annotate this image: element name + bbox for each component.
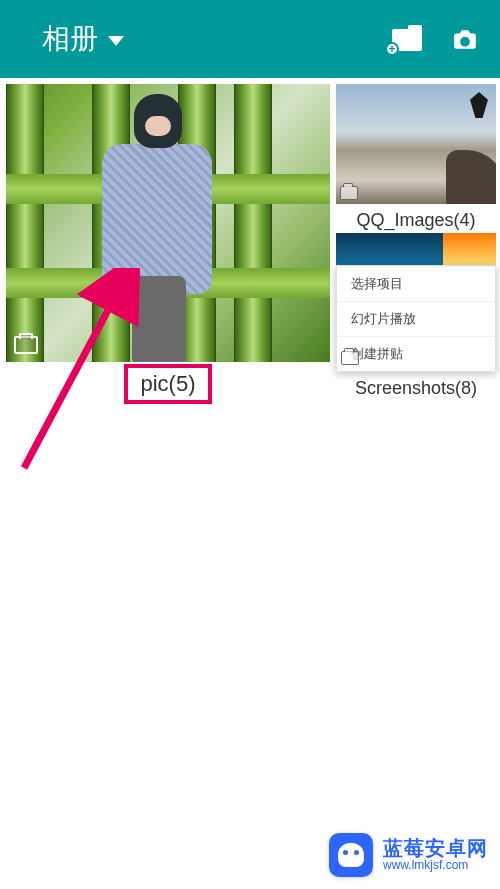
app-header: 相册 + bbox=[0, 0, 500, 78]
album-screenshots-thumbnail bbox=[336, 233, 496, 265]
watermark-logo-icon bbox=[329, 833, 373, 877]
folder-icon bbox=[14, 336, 38, 354]
album-qq-images[interactable]: QQ_Images(4) bbox=[336, 84, 496, 233]
header-title: 相册 bbox=[42, 20, 98, 58]
albums-grid: pic(5) QQ_Images(4) bbox=[0, 78, 500, 404]
folder-icon bbox=[340, 186, 358, 200]
watermark-url: www.lmkjsf.com bbox=[383, 859, 488, 872]
plus-icon: + bbox=[385, 42, 399, 56]
annotation-highlight-box: pic(5) bbox=[124, 364, 211, 404]
header-actions: + bbox=[388, 25, 482, 53]
site-watermark: 蓝莓安卓网 www.lmkjsf.com bbox=[329, 833, 488, 877]
new-folder-button[interactable]: + bbox=[388, 25, 422, 53]
menu-item-slideshow[interactable]: 幻灯片播放 bbox=[337, 301, 495, 336]
album-qq-label: QQ_Images(4) bbox=[336, 204, 496, 233]
album-pic-label: pic(5) bbox=[140, 371, 195, 396]
chevron-down-icon bbox=[108, 36, 124, 46]
album-screenshots[interactable]: 选择项目 幻灯片播放 创建拼贴 Screenshots(8) bbox=[336, 233, 496, 401]
album-pic[interactable]: pic(5) bbox=[6, 84, 330, 404]
album-qq-thumbnail bbox=[336, 84, 496, 204]
folder-icon bbox=[341, 351, 359, 365]
watermark-title: 蓝莓安卓网 bbox=[383, 837, 488, 859]
menu-item-select[interactable]: 选择项目 bbox=[337, 266, 495, 301]
context-menu: 选择项目 幻灯片播放 创建拼贴 bbox=[336, 265, 496, 372]
album-screenshots-label: Screenshots(8) bbox=[336, 372, 496, 401]
camera-button[interactable] bbox=[448, 26, 482, 52]
album-pic-thumbnail bbox=[6, 84, 330, 362]
menu-item-create-collage[interactable]: 创建拼贴 bbox=[337, 336, 495, 371]
album-selector[interactable]: 相册 bbox=[42, 20, 124, 58]
